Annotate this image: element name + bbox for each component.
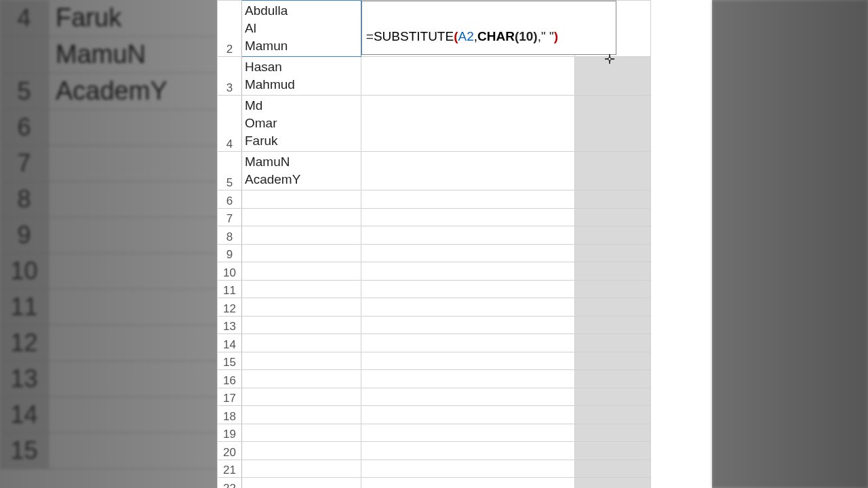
cell-a22[interactable]	[241, 478, 361, 489]
cell-c8[interactable]	[575, 226, 651, 245]
row-header-9[interactable]: 9	[218, 244, 242, 262]
row-header-17[interactable]: 17	[218, 388, 242, 406]
row-header-20[interactable]: 20	[218, 442, 242, 460]
cell-a11[interactable]	[241, 280, 361, 298]
fill-handle-cursor-icon	[605, 54, 614, 66]
cell-b12[interactable]	[361, 298, 574, 317]
cell-b18[interactable]	[361, 406, 574, 424]
cell-c16[interactable]	[575, 370, 651, 388]
row-header-18[interactable]: 18	[218, 406, 242, 424]
cell-a12[interactable]	[241, 298, 361, 317]
cell-c9[interactable]	[575, 244, 651, 262]
cell-c18[interactable]	[575, 406, 651, 424]
background-left-overlay	[0, 0, 217, 488]
cell-b6[interactable]	[361, 190, 574, 209]
cell-c5[interactable]	[575, 152, 651, 190]
cell-b21[interactable]	[361, 460, 574, 478]
cell-c12[interactable]	[575, 298, 651, 317]
cell-a8[interactable]	[241, 226, 361, 245]
cell-a10[interactable]	[241, 262, 361, 281]
cell-c4[interactable]	[575, 96, 651, 152]
cell-b3[interactable]	[361, 57, 574, 96]
cell-b17[interactable]	[361, 388, 574, 406]
row-header-3[interactable]: 3	[218, 57, 242, 96]
cell-b14[interactable]	[361, 334, 574, 352]
cell-a7[interactable]	[241, 208, 361, 226]
cell-b13[interactable]	[361, 316, 574, 334]
row-header-11[interactable]: 11	[218, 280, 242, 298]
formula-edit-box[interactable]: =SUBSTITUTE(A2,CHAR(10)," ")	[361, 1, 616, 55]
cell-b5[interactable]	[361, 152, 574, 190]
row-header-8[interactable]: 8	[218, 226, 242, 245]
cell-b2[interactable]: =SUBSTITUTE(A2,CHAR(10)," ")	[361, 1, 574, 57]
row-header-22[interactable]: 22	[218, 478, 242, 489]
spreadsheet-grid[interactable]: 2 Abdulla Al Mamun =SUBSTITUTE(A2,CHAR(1…	[217, 0, 651, 488]
cell-a3[interactable]: Hasan Mahmud	[241, 57, 361, 96]
row-header-13[interactable]: 13	[218, 316, 242, 334]
cell-a20[interactable]	[241, 442, 361, 460]
cell-a16[interactable]	[241, 370, 361, 388]
cell-c14[interactable]	[575, 334, 651, 352]
cell-b20[interactable]	[361, 442, 574, 460]
cell-c21[interactable]	[575, 460, 651, 478]
cell-c17[interactable]	[575, 388, 651, 406]
cell-b7[interactable]	[361, 208, 574, 226]
cell-b15[interactable]	[361, 352, 574, 370]
row-header-4[interactable]: 4	[218, 96, 242, 152]
row-header-14[interactable]: 14	[218, 334, 242, 352]
cell-a6[interactable]	[241, 190, 361, 209]
cell-c19[interactable]	[575, 424, 651, 442]
cell-b19[interactable]	[361, 424, 574, 442]
cell-b11[interactable]	[361, 280, 574, 298]
cell-a4[interactable]: Md Omar Faruk	[241, 96, 361, 152]
cell-c10[interactable]	[575, 262, 651, 281]
row-header-21[interactable]: 21	[218, 460, 242, 478]
cell-c15[interactable]	[575, 352, 651, 370]
row-header-12[interactable]: 12	[218, 298, 242, 317]
cell-b22[interactable]	[361, 478, 574, 489]
cell-a5[interactable]: MamuN AcademY	[241, 152, 361, 190]
cell-c22[interactable]	[575, 478, 651, 489]
row-header-5[interactable]: 5	[218, 152, 242, 190]
svg-point-2	[608, 58, 611, 60]
cell-a19[interactable]	[241, 424, 361, 442]
cell-c6[interactable]	[575, 190, 651, 209]
cell-a21[interactable]	[241, 460, 361, 478]
cell-b8[interactable]	[361, 226, 574, 245]
row-header-6[interactable]: 6	[218, 190, 242, 209]
cell-a17[interactable]	[241, 388, 361, 406]
cell-a13[interactable]	[241, 316, 361, 334]
cell-b4[interactable]	[361, 96, 574, 152]
cell-c13[interactable]	[575, 316, 651, 334]
row-header-19[interactable]: 19	[218, 424, 242, 442]
cell-a18[interactable]	[241, 406, 361, 424]
cell-b10[interactable]	[361, 262, 574, 281]
cell-c7[interactable]	[575, 208, 651, 226]
cell-b9[interactable]	[361, 244, 574, 262]
formula-text: =SUBSTITUTE(A2,CHAR(10)," ")	[366, 29, 558, 44]
cell-c11[interactable]	[575, 280, 651, 298]
cell-b16[interactable]	[361, 370, 574, 388]
cell-a2[interactable]: Abdulla Al Mamun	[241, 1, 361, 57]
row-header-2[interactable]: 2	[218, 1, 242, 57]
excel-worksheet[interactable]: 2 Abdulla Al Mamun =SUBSTITUTE(A2,CHAR(1…	[217, 0, 651, 488]
cell-a15[interactable]	[241, 352, 361, 370]
background-right-overlay	[712, 0, 868, 488]
row-header-16[interactable]: 16	[218, 370, 242, 388]
row-header-10[interactable]: 10	[218, 262, 242, 281]
row-header-15[interactable]: 15	[218, 352, 242, 370]
cell-a14[interactable]	[241, 334, 361, 352]
cell-c20[interactable]	[575, 442, 651, 460]
cell-a9[interactable]	[241, 244, 361, 262]
row-header-7[interactable]: 7	[218, 208, 242, 226]
